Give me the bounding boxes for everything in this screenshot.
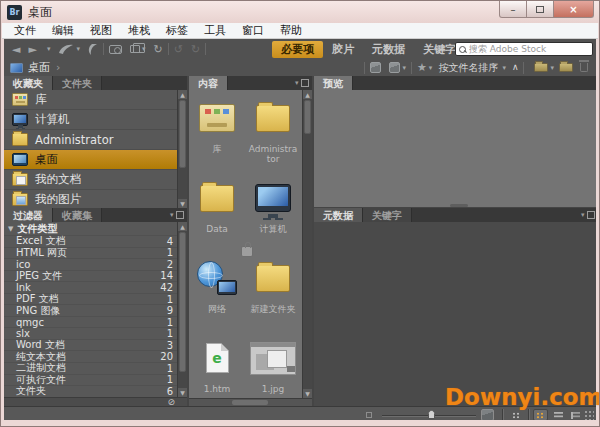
forward-button[interactable]: ► <box>28 44 36 55</box>
filter-row[interactable]: PDF 文档1 <box>4 293 187 305</box>
content-item-1jpg[interactable]: 1.jpg <box>245 332 301 398</box>
favorites-item-documents[interactable]: 我的文档 <box>4 170 187 190</box>
preview-quality-icon[interactable] <box>389 62 400 73</box>
content-horizontal-scrollbar[interactable] <box>189 398 312 406</box>
favorites-item-libraries[interactable]: 库 <box>4 90 187 110</box>
content-item-network[interactable]: 网络 <box>189 252 245 332</box>
sort-ascending-icon[interactable]: ∧ <box>512 63 519 72</box>
delete-trash-icon[interactable] <box>580 63 588 72</box>
filter-row[interactable]: qmgc1 <box>4 316 187 328</box>
filter-row[interactable]: 可执行文件1 <box>4 374 187 386</box>
boomerang-return-icon[interactable] <box>58 43 74 55</box>
filter-row[interactable]: Word 文档3 <box>4 339 187 351</box>
tab-preview[interactable]: 预览 <box>314 76 353 90</box>
favorites-item-computer[interactable]: 计算机 <box>4 110 187 130</box>
favorites-item-desktop[interactable]: 桌面 <box>4 150 187 170</box>
close-button[interactable]: × <box>554 1 594 18</box>
scroll-down-icon[interactable]: ▼ <box>303 389 312 398</box>
scroll-up-icon[interactable]: ▲ <box>178 222 187 231</box>
menu-view[interactable]: 视图 <box>82 23 120 38</box>
favorites-item-pictures[interactable]: 我的图片 <box>4 190 187 208</box>
favorites-scrollbar[interactable]: ▲ ▼ <box>177 90 187 208</box>
filter-row[interactable]: slx1 <box>4 327 187 339</box>
get-photos-camera-icon[interactable] <box>109 45 122 54</box>
scrollbar-thumb[interactable] <box>179 100 186 168</box>
scroll-down-icon[interactable]: ▼ <box>178 388 187 397</box>
content-item-computer[interactable]: 计算机 <box>245 172 301 252</box>
filter-row[interactable]: Excel 文档4 <box>4 235 187 247</box>
menu-window[interactable]: 窗口 <box>234 23 272 38</box>
tab-keywords[interactable]: 关键字 <box>363 208 412 222</box>
content-grid-area[interactable]: 库 Administrator Data 计算机 <box>189 90 312 398</box>
menu-help[interactable]: 帮助 <box>272 23 310 38</box>
menu-stacks[interactable]: 堆栈 <box>120 23 158 38</box>
search-input[interactable] <box>469 44 589 54</box>
scroll-down-icon[interactable]: ▼ <box>178 199 187 208</box>
content-item-administrator[interactable]: Administrator <box>245 92 301 172</box>
output-stack-icon[interactable] <box>130 45 140 53</box>
content-item-data[interactable]: Data <box>189 172 245 252</box>
tab-folders[interactable]: 文件夹 <box>53 76 102 90</box>
menu-label[interactable]: 标签 <box>158 23 196 38</box>
resize-grip[interactable] <box>584 410 594 420</box>
filter-row[interactable]: JPEG 文件14 <box>4 270 187 282</box>
reveal-recent-icon[interactable] <box>88 43 98 56</box>
menu-edit[interactable]: 编辑 <box>44 23 82 38</box>
recent-dropdown-icon[interactable]: ▾ <box>47 45 51 53</box>
filter-scrollbar[interactable]: ▲ ▼ <box>177 222 187 397</box>
scroll-up-icon[interactable]: ▲ <box>178 90 187 99</box>
panel-menu-icon[interactable] <box>170 211 184 219</box>
panel-resize-handle[interactable] <box>450 204 468 207</box>
tab-collections[interactable]: 收藏集 <box>53 208 102 222</box>
thumbnail-quality-icon[interactable] <box>370 62 381 73</box>
grid-lock-view-button[interactable] <box>509 409 524 420</box>
refresh-icon[interactable]: ↻ <box>153 44 162 55</box>
sort-by-label[interactable]: 按文件名排序 <box>438 61 498 75</box>
content-item-libraries[interactable]: 库 <box>189 92 245 172</box>
filter-row[interactable]: 纯文本文档20 <box>4 350 187 362</box>
details-view-button[interactable] <box>551 409 566 420</box>
thumbnail-larger-icon[interactable] <box>481 409 494 420</box>
title-bar[interactable]: Br 桌面 – × <box>1 1 599 23</box>
scrollbar-thumb[interactable] <box>179 232 186 372</box>
filter-row[interactable]: 文件夹6 <box>4 385 187 397</box>
rotate-left-icon[interactable]: ↺ <box>174 44 183 55</box>
content-item-new-folder[interactable]: 新建文件夹 <box>245 252 301 332</box>
sort-dropdown-icon[interactable]: ▾ <box>502 64 506 72</box>
favorites-item-administrator[interactable]: Administrator <box>4 130 187 150</box>
new-folder-icon[interactable] <box>559 63 573 72</box>
filter-row[interactable]: PNG 图像9 <box>4 304 187 316</box>
back-button[interactable]: ◄ <box>12 44 20 55</box>
maximize-button[interactable] <box>527 1 554 18</box>
filter-row[interactable]: HTML 网页1 <box>4 247 187 259</box>
workspace-tab-essentials[interactable]: 必要项 <box>272 41 323 58</box>
scroll-up-icon[interactable]: ▲ <box>303 90 312 99</box>
clear-filter-blocked-icon[interactable]: ⊘ <box>167 397 175 406</box>
search-box[interactable] <box>455 42 593 56</box>
filter-group-filetype[interactable]: ▼ 文件类型 <box>4 222 187 235</box>
tab-content[interactable]: 内容 <box>189 76 228 90</box>
filter-rating-star-icon[interactable]: ★ <box>417 62 427 73</box>
rating-dropdown-icon[interactable]: ▾ <box>429 64 433 72</box>
scrollbar-thumb[interactable] <box>232 400 268 405</box>
menu-file[interactable]: 文件 <box>6 23 44 38</box>
open-folder-icon[interactable] <box>534 63 548 72</box>
filter-row[interactable]: 二进制文档1 <box>4 362 187 374</box>
tab-favorites[interactable]: 收藏夹 <box>4 76 53 90</box>
list-view-button[interactable] <box>568 409 583 420</box>
tab-metadata[interactable]: 元数据 <box>314 208 363 222</box>
workspace-tab-filmstrip[interactable]: 胶片 <box>323 41 363 58</box>
thumbnail-view-button[interactable] <box>533 409 548 420</box>
tab-filter[interactable]: 过滤器 <box>4 208 53 222</box>
rotate-right-icon[interactable]: ↻ <box>191 44 200 55</box>
panel-menu-icon[interactable] <box>295 79 309 87</box>
minimize-button[interactable]: – <box>499 1 527 18</box>
workspace-tab-metadata[interactable]: 元数据 <box>363 41 414 58</box>
panel-menu-icon[interactable] <box>581 211 595 219</box>
slider-thumb[interactable] <box>428 410 435 419</box>
breadcrumb[interactable]: 桌面 › <box>10 60 60 75</box>
quality-dropdown-icon[interactable]: ▾ <box>402 64 406 72</box>
open-dropdown-icon[interactable]: ▾ <box>550 64 554 72</box>
content-scrollbar[interactable]: ▲ ▼ <box>302 90 312 398</box>
content-item-1htm[interactable]: e 1.htm <box>189 332 245 398</box>
